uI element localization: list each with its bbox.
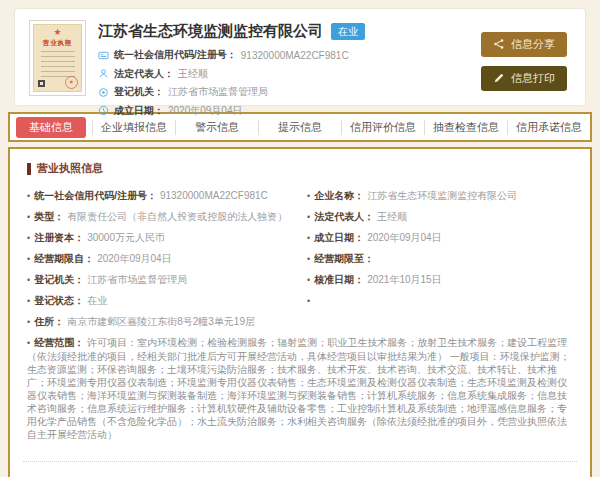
tab-basic-info[interactable]: 基础信息 (10, 117, 92, 138)
print-info-button[interactable]: 信息打印 (481, 66, 567, 91)
header-field-credit-code: 统一社会信用代码/注册号： 91320000MA22CF981C (98, 48, 473, 62)
field-legal-rep: 法定代表人：王经顺 (307, 210, 573, 224)
company-header-card: ★ 营业执照 江苏省生态环境监测监控有限公司 在业 统一社会信用代码/注册号： … (14, 8, 586, 106)
share-icon (493, 38, 505, 52)
tab-enterprise-report[interactable]: 企业填报信息 (92, 120, 175, 135)
tab-hint-info[interactable]: 提示信息 (258, 120, 341, 135)
field-term-to: 经营期限至： (307, 252, 573, 266)
business-license-image: ★ 营业执照 (33, 24, 82, 92)
tab-label: 信用评价信息 (350, 121, 416, 133)
person-icon (98, 68, 109, 79)
field-address: 住所：南京市建邺区嘉陵江东街8号2幢3单元19层 (27, 315, 573, 329)
field-reg-capital: 注册资本：30000万元人民币 (27, 231, 293, 245)
tab-label: 抽查检查信息 (433, 121, 499, 133)
header-field-label: 法定代表人： (114, 67, 174, 81)
field-business-scope: 经营范围：许可项目：室内环境检测；检验检测服务；辐射监测；职业卫生技术服务；放射… (27, 336, 573, 441)
header-field-establish-date: 成立日期： 2020年09月04日 (98, 104, 473, 118)
tab-warning-info[interactable]: 警示信息 (175, 120, 258, 135)
tab-label: 信用承诺信息 (516, 121, 582, 133)
header-actions: 信息分享 信息打印 (481, 32, 567, 91)
pen-icon (493, 72, 505, 86)
id-card-icon (98, 50, 109, 61)
field-company-type: 类型：有限责任公司（非自然人投资或控股的法人独资） (27, 210, 293, 224)
company-name: 江苏省生态环境监测监控有限公司 (98, 22, 323, 41)
location-icon (98, 87, 109, 98)
license-section-header: 营业执照信息 (27, 161, 573, 176)
share-info-button[interactable]: 信息分享 (481, 32, 567, 57)
header-field-label: 登记机关： (114, 85, 164, 99)
header-field-legal-rep: 法定代表人： 王经顺 (98, 67, 473, 81)
clock-icon (98, 105, 109, 116)
tab-label: 提示信息 (278, 121, 322, 133)
national-emblem-icon: ★ (34, 27, 81, 38)
field-reg-status: 登记状态：在业 (27, 294, 293, 308)
header-field-value: 2020年09月04日 (168, 104, 243, 118)
field-term-from: 经营期限自：2020年09月04日 (27, 252, 293, 266)
tab-credit-evaluation[interactable]: 信用评价信息 (341, 120, 424, 135)
tab-label: 基础信息 (16, 117, 86, 138)
red-stamp-icon (65, 76, 78, 89)
license-fields: 统一社会信用代码/注册号：91320000MA22CF981C 企业名称：江苏省… (27, 189, 573, 441)
license-section-title: 营业执照信息 (37, 161, 103, 176)
section-bar (27, 163, 31, 175)
header-field-reg-authority: 登记机关： 江苏省市场监督管理局 (98, 85, 473, 99)
header-field-label: 成立日期： (114, 104, 164, 118)
tab-label: 警示信息 (195, 121, 239, 133)
share-button-label: 信息分享 (511, 37, 555, 52)
tab-spot-check[interactable]: 抽查检查信息 (424, 120, 507, 135)
field-company-name: 企业名称：江苏省生态环境监测监控有限公司 (307, 189, 573, 203)
tab-credit-commitment[interactable]: 信用承诺信息 (507, 120, 590, 135)
print-button-label: 信息打印 (511, 71, 555, 86)
company-info: 江苏省生态环境监测监控有限公司 在业 统一社会信用代码/注册号： 9132000… (98, 20, 473, 122)
field-spacer (307, 294, 573, 308)
content-panel: 营业执照信息 统一社会信用代码/注册号：91320000MA22CF981C 企… (8, 147, 592, 477)
field-approval-date: 核准日期：2021年10月15日 (307, 273, 573, 287)
field-reg-authority: 登记机关：江苏省市场监督管理局 (27, 273, 293, 287)
dotted-divider (23, 461, 577, 462)
status-badge: 在业 (331, 23, 365, 40)
page: ★ 营业执照 江苏省生态环境监测监控有限公司 在业 统一社会信用代码/注册号： … (0, 8, 600, 477)
header-field-value: 江苏省市场监督管理局 (168, 85, 268, 99)
license-text-lines (41, 51, 75, 79)
business-license-thumbnail[interactable]: ★ 营业执照 (29, 20, 86, 96)
field-credit-code: 统一社会信用代码/注册号：91320000MA22CF981C (27, 189, 293, 203)
field-establish-date: 成立日期：2020年09月04日 (307, 231, 573, 245)
header-field-value: 91320000MA22CF981C (241, 50, 349, 61)
qr-code-icon (38, 80, 45, 87)
license-thumb-title: 营业执照 (36, 38, 79, 47)
header-field-label: 统一社会信用代码/注册号： (114, 48, 237, 62)
header-field-value: 王经顺 (178, 67, 208, 81)
tab-label: 企业填报信息 (101, 121, 167, 133)
